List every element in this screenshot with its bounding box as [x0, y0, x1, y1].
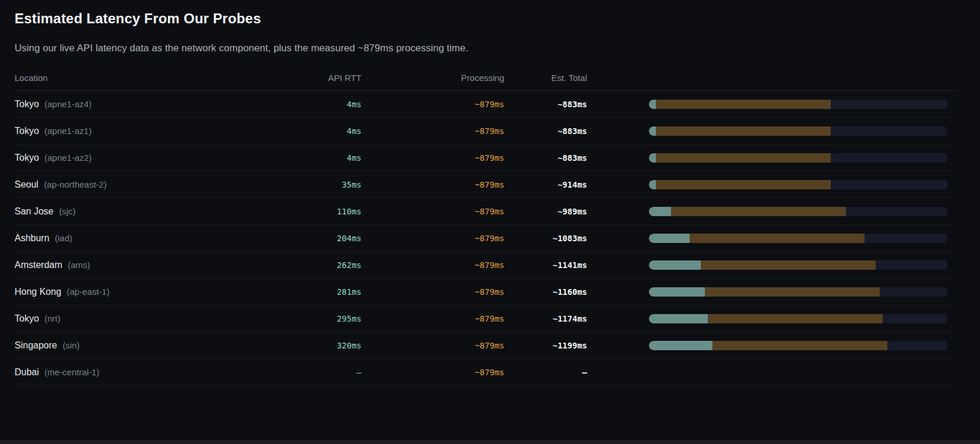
- est-total-value: ~914ms: [504, 180, 587, 189]
- location-zone: (ams): [68, 260, 90, 270]
- bottom-divider-strip: [0, 440, 980, 444]
- latency-bar: [649, 207, 947, 216]
- location-cell: Tokyo (apne1-az4): [15, 99, 265, 110]
- location-cell: Dubai (me-central-1): [15, 367, 265, 378]
- bar-cell: [587, 287, 957, 297]
- latency-table-body: Tokyo (apne1-az4) 4ms ~879ms ~883ms Toky…: [15, 91, 957, 386]
- table-row: Tokyo (nrt) 295ms ~879ms ~1174ms: [15, 305, 957, 332]
- bar-rtt-segment: [649, 126, 656, 136]
- column-header-location: Location: [15, 73, 265, 83]
- table-row: Singapore (sin) 320ms ~879ms ~1199ms: [15, 332, 957, 359]
- table-row: Ashburn (iad) 204ms ~879ms ~1083ms: [15, 225, 957, 252]
- location-cell: Ashburn (iad): [15, 233, 265, 244]
- table-row: Dubai (me-central-1) – ~879ms –: [15, 359, 957, 386]
- table-row: Amsterdam (ams) 262ms ~879ms ~1141ms: [15, 252, 957, 279]
- bar-processing-segment: [690, 234, 865, 243]
- processing-value: ~879ms: [361, 153, 504, 163]
- column-header-processing: Processing: [361, 73, 504, 83]
- location-cell: Tokyo (nrt): [15, 313, 265, 324]
- bar-processing-segment: [708, 314, 883, 323]
- bar-rtt-segment: [649, 207, 671, 216]
- location-city: Tokyo: [15, 99, 39, 109]
- api-rtt-value: 262ms: [265, 260, 361, 270]
- location-zone: (sin): [62, 340, 79, 350]
- bar-cell: [587, 314, 957, 323]
- bar-cell: [587, 126, 957, 136]
- location-zone: (apne1-az4): [44, 99, 92, 109]
- bar-cell: [587, 234, 957, 243]
- location-city: Dubai: [15, 367, 39, 377]
- processing-value: ~879ms: [361, 100, 504, 109]
- page-subtitle: Using our live API latency data as the n…: [15, 40, 957, 57]
- location-zone: (apne1-az2): [44, 153, 92, 163]
- est-total-value: ~1083ms: [504, 234, 587, 243]
- processing-value: ~879ms: [361, 180, 504, 189]
- processing-value: ~879ms: [361, 287, 504, 297]
- api-rtt-value: 4ms: [265, 153, 361, 163]
- page-title: Estimated Latency From Our Probes: [15, 9, 957, 28]
- bar-rtt-segment: [649, 260, 701, 270]
- bar-processing-segment: [656, 100, 831, 109]
- bar-cell: [587, 153, 957, 163]
- location-cell: San Jose (sjc): [15, 206, 265, 217]
- location-cell: Amsterdam (ams): [15, 260, 265, 270]
- est-total-value: ~1160ms: [504, 287, 587, 297]
- location-city: Tokyo: [15, 153, 39, 163]
- location-city: Tokyo: [15, 313, 39, 323]
- bar-rtt-segment: [649, 341, 712, 350]
- api-rtt-value: 35ms: [265, 180, 361, 189]
- bar-cell: [587, 180, 957, 189]
- est-total-value: –: [504, 368, 587, 377]
- location-zone: (apne1-az1): [44, 126, 92, 136]
- bar-cell: [587, 260, 957, 270]
- bar-processing-segment: [656, 153, 831, 163]
- latency-bar: [649, 341, 947, 350]
- location-cell: Tokyo (apne1-az2): [15, 153, 265, 163]
- est-total-value: ~1174ms: [504, 314, 587, 323]
- table-row: Tokyo (apne1-az4) 4ms ~879ms ~883ms: [15, 91, 957, 118]
- column-header-api-rtt: API RTT: [265, 73, 361, 83]
- processing-value: ~879ms: [361, 234, 504, 243]
- location-zone: (nrt): [44, 313, 61, 323]
- bar-rtt-segment: [649, 314, 708, 323]
- table-row: Tokyo (apne1-az2) 4ms ~879ms ~883ms: [15, 145, 957, 171]
- location-city: Ashburn: [15, 233, 50, 243]
- latency-bar: [649, 287, 947, 297]
- table-header-row: Location API RTT Processing Est. Total: [15, 65, 957, 91]
- table-row: Seoul (ap-northeast-2) 35ms ~879ms ~914m…: [15, 171, 957, 198]
- bar-processing-segment: [712, 341, 887, 350]
- location-zone: (sjc): [59, 206, 75, 216]
- column-header-est-total: Est. Total: [504, 73, 587, 83]
- location-cell: Tokyo (apne1-az1): [15, 126, 265, 136]
- api-rtt-value: 4ms: [265, 100, 361, 109]
- processing-value: ~879ms: [361, 368, 504, 377]
- location-city: Amsterdam: [15, 260, 62, 270]
- table-row: Hong Kong (ap-east-1) 281ms ~879ms ~1160…: [15, 279, 957, 305]
- latency-bar: [649, 234, 947, 243]
- latency-bar: [649, 314, 947, 323]
- processing-value: ~879ms: [361, 126, 504, 136]
- api-rtt-value: 320ms: [265, 341, 361, 350]
- latency-bar: [649, 153, 947, 163]
- est-total-value: ~1141ms: [504, 260, 587, 270]
- location-zone: (ap-east-1): [67, 287, 110, 297]
- api-rtt-value: 281ms: [265, 287, 361, 297]
- api-rtt-value: 4ms: [265, 126, 361, 136]
- est-total-value: ~1199ms: [504, 341, 587, 350]
- processing-value: ~879ms: [361, 260, 504, 270]
- bar-rtt-segment: [649, 100, 656, 109]
- api-rtt-value: 110ms: [265, 207, 361, 216]
- latency-bar: [649, 126, 947, 136]
- est-total-value: ~883ms: [504, 126, 587, 136]
- location-city: Seoul: [15, 179, 38, 189]
- location-cell: Singapore (sin): [15, 340, 265, 351]
- bar-rtt-segment: [649, 180, 656, 189]
- bar-rtt-segment: [649, 287, 705, 297]
- processing-value: ~879ms: [361, 314, 504, 323]
- est-total-value: ~883ms: [504, 153, 587, 163]
- est-total-value: ~989ms: [504, 207, 587, 216]
- location-city: Hong Kong: [15, 287, 61, 297]
- location-city: Tokyo: [15, 126, 39, 136]
- bar-rtt-segment: [649, 153, 656, 163]
- latency-table: Location API RTT Processing Est. Total T…: [15, 65, 957, 386]
